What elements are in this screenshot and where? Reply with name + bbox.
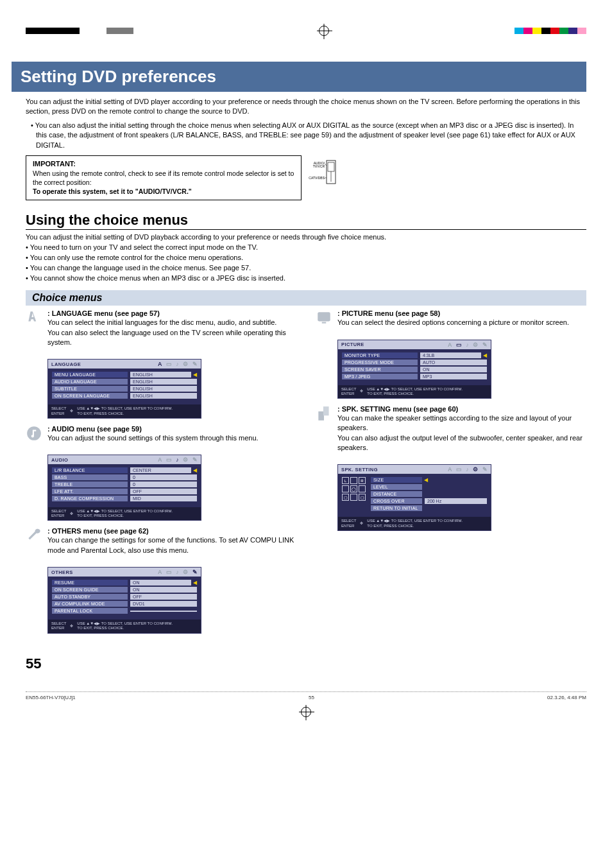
svg-text:CATV/DBS: CATV/DBS xyxy=(309,176,325,180)
important-title: IMPORTANT: xyxy=(33,160,294,168)
important-bold: To operate this system, set it to "AUDIO… xyxy=(33,187,192,195)
spk-speaker-icon xyxy=(316,405,332,422)
spk-title: : SPK. SETTING menu (see page 60) xyxy=(337,405,586,413)
svg-rect-12 xyxy=(323,406,329,415)
osd-picture: PICTUREA▭♪⚙✎MONITOR TYPE4:3LB◀PROGRESSIV… xyxy=(337,340,491,399)
footer-right: 02.3.26, 4:48 PM xyxy=(547,695,586,700)
svg-rect-11 xyxy=(318,412,324,421)
bullet-item: • You need to turn on your TV and select… xyxy=(32,243,586,253)
audio-note-icon xyxy=(26,425,42,442)
osd-spk: SPK. SETTINGA▭♪⚙✎LR◯▢▢SIZE◀LEVELDISTANCE… xyxy=(337,464,491,530)
registration-marks-bottom xyxy=(0,707,612,717)
important-box: IMPORTANT: When using the remote control… xyxy=(26,155,302,201)
page-title: Setting DVD preferences xyxy=(21,67,577,87)
others-title: : OTHERS menu (see page 62) xyxy=(47,527,296,535)
osd-language: LANGUAGEA▭♪⚙✎MENU LANGUAGEENGLISH◀AUDIO … xyxy=(47,359,201,418)
footer-mid: 55 xyxy=(309,695,314,700)
footer-left: EN55-66TH-V70[UJ]1 xyxy=(26,695,76,700)
important-body: When using the remote control, check to … xyxy=(33,169,294,196)
registration-marks-top xyxy=(26,26,586,36)
section-bullet-list: • You need to turn on your TV and select… xyxy=(26,243,586,284)
intro-bullet: • You can also adjust the initial settin… xyxy=(31,121,586,150)
audio-desc: You can adjust the sound settings of thi… xyxy=(47,433,296,443)
svg-text:TV/VCR: TV/VCR xyxy=(313,164,325,168)
svg-rect-1 xyxy=(328,162,334,171)
intro-paragraph: You can adjust the initial setting of DV… xyxy=(26,97,586,117)
osd-others: OTHERSA▭♪⚙✎RESUMEON◀ON SCREEN GUIDEONAUT… xyxy=(47,567,201,633)
left-column: : LANGUAGE menu (see page 57) You can se… xyxy=(26,309,296,639)
svg-line-6 xyxy=(325,164,327,166)
picture-title: : PICTURE menu (see page 58) xyxy=(337,309,586,317)
menu-block-others: : OTHERS menu (see page 62) You can chan… xyxy=(26,527,296,555)
bullet-item: • You cannot show the choice menus when … xyxy=(32,273,586,284)
menu-block-audio: : AUDIO menu (see page 59) You can adjus… xyxy=(26,425,296,443)
choice-menus-subhead: Choice menus xyxy=(26,290,586,306)
picture-monitor-icon xyxy=(316,309,332,326)
menus-two-column: : LANGUAGE menu (see page 57) You can se… xyxy=(26,309,586,639)
bullet-item: • You can only use the remote control fo… xyxy=(32,253,586,263)
spk-desc: You can make the speaker settings accord… xyxy=(337,413,586,453)
picture-desc: You can select the desired options conce… xyxy=(337,318,586,327)
menu-block-picture: : PICTURE menu (see page 58) You can sel… xyxy=(316,309,586,327)
section-heading: Using the choice menus xyxy=(26,212,586,230)
menu-block-language: : LANGUAGE menu (see page 57) You can se… xyxy=(26,309,296,347)
registration-target-icon xyxy=(319,26,329,36)
right-column: : PICTURE menu (see page 58) You can sel… xyxy=(316,309,586,639)
others-desc: You can change the settings for some of … xyxy=(47,535,296,555)
mode-selector-switch-icon: AUDIO/ TV/VCR CATV/DBS xyxy=(307,159,339,187)
others-wrench-icon xyxy=(26,527,42,544)
registration-target-icon xyxy=(301,707,311,717)
bullet-item: • You can change the language used in th… xyxy=(32,263,586,273)
page-number: 55 xyxy=(26,655,586,672)
important-body-text: When using the remote control, check to … xyxy=(33,169,294,186)
osd-audio: AUDIOA▭♪⚙✎L/R BALANCECENTER◀BASS0TREBLE0… xyxy=(47,455,201,521)
language-icon xyxy=(26,309,42,326)
footer-bar: EN55-66TH-V70[UJ]1 55 02.3.26, 4:48 PM xyxy=(26,691,586,703)
svg-rect-10 xyxy=(322,322,327,324)
svg-rect-9 xyxy=(318,312,330,321)
menu-block-spk: : SPK. SETTING menu (see page 60) You ca… xyxy=(316,405,586,453)
color-strip-right xyxy=(514,28,586,34)
color-strip-left xyxy=(26,28,133,34)
language-desc: You can select the initial languages for… xyxy=(47,318,296,347)
page-title-bar: Setting DVD preferences xyxy=(12,62,586,92)
audio-title: : AUDIO menu (see page 59) xyxy=(47,425,296,433)
language-title: : LANGUAGE menu (see page 57) xyxy=(47,309,296,317)
section-lead: You can adjust the initial setting of DV… xyxy=(26,232,586,243)
page-root: Setting DVD preferences You can adjust t… xyxy=(0,0,612,685)
